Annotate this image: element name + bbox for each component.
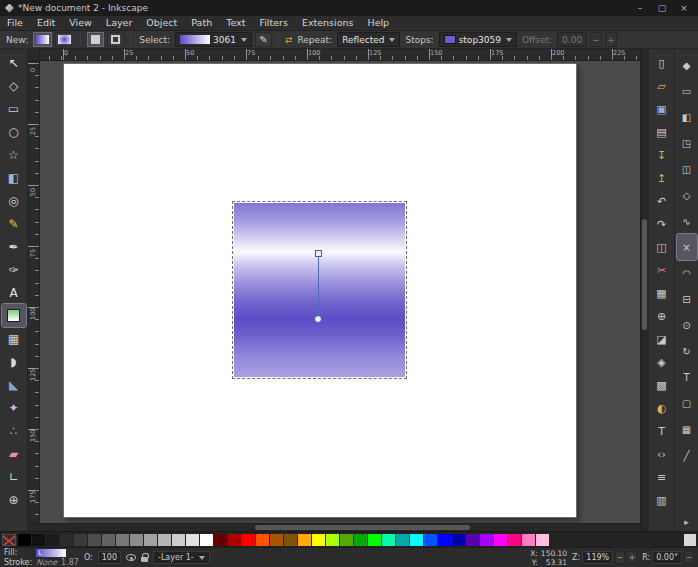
pen-tool[interactable]: ✒ xyxy=(2,235,26,258)
snap-paths-button[interactable]: ∿ xyxy=(677,208,697,234)
palette-swatch[interactable] xyxy=(116,534,129,546)
connector-tool[interactable]: ∟ xyxy=(2,465,26,488)
menu-view[interactable]: View xyxy=(62,16,99,30)
palette-swatch[interactable] xyxy=(88,534,101,546)
palette-swatch[interactable] xyxy=(382,534,395,546)
horizontal-scrollbar-thumb[interactable] xyxy=(255,525,470,530)
snap-enable-button[interactable]: ◆ xyxy=(677,52,697,78)
menu-filters[interactable]: Filters xyxy=(252,16,294,30)
rotation-field[interactable]: 0.00° xyxy=(652,551,682,564)
print-document-button[interactable]: ▤ xyxy=(651,121,673,144)
snap-object-centers-button[interactable]: ⊙ xyxy=(677,312,697,338)
palette-swatch[interactable] xyxy=(396,534,409,546)
menu-path[interactable]: Path xyxy=(184,16,219,30)
create-clone-button[interactable]: ◈ xyxy=(651,351,673,374)
spiral-tool[interactable]: ◎ xyxy=(2,189,26,212)
offset-increase-button[interactable]: + xyxy=(605,32,617,47)
fill-stroke-indicator[interactable]: Fill: L Stroke: None 1.87 xyxy=(4,548,79,567)
zoom-tool[interactable]: ⊕ xyxy=(2,488,26,511)
zoom-field[interactable]: 119% xyxy=(582,551,613,564)
apply-to-stroke-button[interactable] xyxy=(107,32,124,47)
snap-page-border-button[interactable]: ▢ xyxy=(677,390,697,416)
layer-lock-icon[interactable] xyxy=(141,557,148,562)
snap-rotation-centers-button[interactable]: ↻ xyxy=(677,338,697,364)
text-dialog-button[interactable]: T xyxy=(651,420,673,443)
new-radial-gradient-button[interactable] xyxy=(55,32,74,47)
menu-help[interactable]: Help xyxy=(360,16,396,30)
palette-swatch[interactable] xyxy=(74,534,87,546)
copy-button[interactable]: ◫ xyxy=(651,236,673,259)
palette-swatch[interactable] xyxy=(242,534,255,546)
snap-bbox-edges-button[interactable]: ◧ xyxy=(677,104,697,130)
palette-swatch[interactable] xyxy=(130,534,143,546)
calligraphy-tool[interactable]: ✑ xyxy=(2,258,26,281)
rotation-decrease-button[interactable]: − xyxy=(684,551,694,564)
mesh-gradient-tool[interactable]: ▦ xyxy=(2,327,26,350)
palette-swatch[interactable] xyxy=(508,534,521,546)
tweak-tool[interactable]: ✦ xyxy=(2,396,26,419)
palette-swatch[interactable] xyxy=(494,534,507,546)
opacity-field[interactable]: 100 xyxy=(98,551,121,564)
apply-to-fill-button[interactable] xyxy=(87,32,104,47)
close-button[interactable]: × xyxy=(675,0,693,16)
snap-bbox-corners-button[interactable]: ◳ xyxy=(677,130,697,156)
palette-swatch[interactable] xyxy=(172,534,185,546)
palette-swatch[interactable] xyxy=(480,534,493,546)
snap-grids-button[interactable]: ▦ xyxy=(677,416,697,442)
offset-decrease-button[interactable]: − xyxy=(590,32,602,47)
duplicate-button[interactable]: ◪ xyxy=(651,328,673,351)
spray-tool[interactable]: ∴ xyxy=(2,419,26,442)
palette-swatch[interactable] xyxy=(438,534,451,546)
palette-swatch[interactable] xyxy=(158,534,171,546)
palette-swatch[interactable] xyxy=(256,534,269,546)
palette-swatch[interactable] xyxy=(228,534,241,546)
snap-guides-button[interactable]: ╱ xyxy=(677,442,697,468)
no-color-swatch[interactable] xyxy=(2,534,16,546)
palette-swatch[interactable] xyxy=(214,534,227,546)
undo-button[interactable]: ↶ xyxy=(651,190,673,213)
palette-swatch[interactable] xyxy=(424,534,437,546)
fill-swatch[interactable]: L xyxy=(36,549,66,557)
maximize-button[interactable]: ▢ xyxy=(653,0,671,16)
palette-swatch[interactable] xyxy=(536,534,549,546)
snap-cusp-nodes-button[interactable]: ◠ xyxy=(677,260,697,286)
stroke-width[interactable]: 1.87 xyxy=(61,558,79,567)
snap-nodes-button[interactable]: ◇ xyxy=(677,182,697,208)
snap-path-intersections-button[interactable]: × xyxy=(677,234,697,260)
horizontal-scrollbar[interactable] xyxy=(28,523,640,531)
offset-spinner[interactable]: 0.00 xyxy=(557,32,587,47)
fill-stroke-dialog-button[interactable]: ◐ xyxy=(651,397,673,420)
gradient-end-handle[interactable] xyxy=(314,315,322,323)
palette-swatch[interactable] xyxy=(452,534,465,546)
paste-button[interactable]: ▦ xyxy=(651,282,673,305)
gradient-start-handle[interactable] xyxy=(315,250,322,257)
palette-swatch[interactable] xyxy=(410,534,423,546)
palette-swatch[interactable] xyxy=(284,534,297,546)
palette-swatch[interactable] xyxy=(200,534,213,546)
gradient-tool[interactable] xyxy=(2,304,26,327)
selector-tool[interactable]: ↖ xyxy=(2,51,26,74)
vertical-scrollbar[interactable] xyxy=(640,49,648,531)
cut-button[interactable]: ✂ xyxy=(651,259,673,282)
layer-dropdown[interactable]: -Layer 1- xyxy=(153,551,210,564)
zoom-out-button[interactable]: − xyxy=(615,551,625,564)
layer-visibility-icon[interactable] xyxy=(126,554,136,561)
save-document-button[interactable]: ▣ xyxy=(651,98,673,121)
palette-swatch[interactable] xyxy=(326,534,339,546)
new-linear-gradient-button[interactable] xyxy=(33,32,52,47)
export-button[interactable]: ↥ xyxy=(651,167,673,190)
snap-midpoints-button[interactable]: ⊟ xyxy=(677,286,697,312)
snapbar-expander-icon[interactable]: ▸ xyxy=(684,517,689,527)
node-editor-tool[interactable]: ◇ xyxy=(2,74,26,97)
xml-editor-button[interactable]: ‹› xyxy=(651,443,673,466)
palette-swatch[interactable] xyxy=(368,534,381,546)
palette-swatch[interactable] xyxy=(270,534,283,546)
ellipse-tool[interactable]: ○ xyxy=(2,120,26,143)
horizontal-ruler[interactable]: 0255075100125150175200225 xyxy=(40,49,640,61)
palette-swatch[interactable] xyxy=(46,534,59,546)
redo-button[interactable]: ↷ xyxy=(651,213,673,236)
menu-layer[interactable]: Layer xyxy=(99,16,140,30)
palette-swatch[interactable] xyxy=(312,534,325,546)
palette-swatch[interactable] xyxy=(186,534,199,546)
snap-text-baselines-button[interactable]: T xyxy=(677,364,697,390)
